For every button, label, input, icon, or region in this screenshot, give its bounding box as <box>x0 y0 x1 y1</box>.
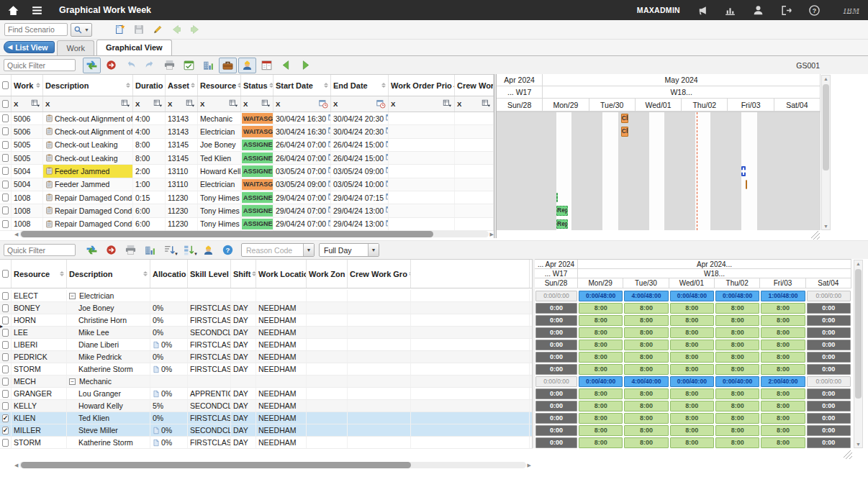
previous-period-icon[interactable] <box>277 58 295 73</box>
resource-row[interactable]: GRANGERLou Granger0%APPRENTICEDAYNEEDHAM <box>0 388 533 400</box>
availability-cell[interactable]: 8:00 <box>761 315 805 326</box>
scroll-down-icon[interactable]: ▼ <box>854 442 862 447</box>
availability-cell[interactable]: 8:00 <box>579 352 623 363</box>
column-filter-icon[interactable] <box>261 99 271 109</box>
availability-cell[interactable]: 8:00 <box>670 315 714 326</box>
sign-out-icon[interactable] <box>780 4 792 17</box>
clear-filter-button[interactable]: X <box>333 100 338 108</box>
work-order-row[interactable]: 5004Feeder Jammed2:0013110Howard KellyAS… <box>0 165 494 178</box>
resource-row[interactable]: BONEYJoe Boney0%FIRSTCLASSDAYNEEDHAM <box>0 302 533 314</box>
work-order-row[interactable]: 5006Check-out Alignment of S4:0013143Ele… <box>0 125 494 138</box>
availability-cell[interactable]: 0:00/0:00 <box>807 291 851 301</box>
availability-cell[interactable]: 8:00 <box>624 388 668 399</box>
availability-cell[interactable]: 8:00 <box>579 327 623 338</box>
availability-cell[interactable]: 0:00 <box>807 425 851 436</box>
availability-cell[interactable]: 4:00/40:00 <box>624 376 668 387</box>
availability-cell[interactable]: 8:00 <box>761 413 805 424</box>
availability-cell[interactable]: 0:00/40:00 <box>715 376 759 387</box>
row-checkbox[interactable] <box>2 439 9 447</box>
availability-cell[interactable]: 0:00 <box>807 315 851 326</box>
sort-toggle-icon[interactable] <box>58 269 64 278</box>
column-header-duratio[interactable]: Duratio <box>133 75 166 96</box>
tab-work[interactable]: Work <box>57 40 94 55</box>
availability-cell[interactable]: 8:00 <box>715 413 759 424</box>
gantt-task-bar[interactable]: Rep <box>556 219 568 229</box>
gantt-vertical-scrollbar[interactable]: ▲ ▼ <box>821 75 831 230</box>
sort-toggle-icon[interactable] <box>380 81 386 90</box>
clear-filter-button[interactable]: X <box>391 100 395 108</box>
availability-cell[interactable]: 8:00 <box>624 364 668 375</box>
availability-cell[interactable]: 0:00/48:00 <box>715 291 759 301</box>
clear-filter-button[interactable]: X <box>276 100 280 108</box>
column-header-crew-work[interactable]: Crew Work <box>455 75 494 96</box>
column-header-start-date[interactable]: Start Date <box>273 75 331 96</box>
group-resources-icon[interactable]: ▼ <box>180 242 198 258</box>
row-checkbox[interactable] <box>2 141 9 149</box>
gantt-task-bar[interactable] <box>556 193 558 202</box>
gantt-task-bar[interactable]: Che <box>621 127 629 136</box>
availability-cell[interactable]: 0:00 <box>807 303 851 314</box>
availability-cell[interactable]: 8:00 <box>670 425 714 436</box>
row-checkbox[interactable] <box>2 220 9 228</box>
note-icon[interactable] <box>153 427 160 435</box>
select-all-checkbox[interactable] <box>2 81 9 89</box>
sort-toggle-icon[interactable] <box>125 81 130 90</box>
availability-cell[interactable]: 8:00 <box>715 303 759 314</box>
grid-resize-grip[interactable] <box>844 450 852 459</box>
scroll-left-icon[interactable]: ◀ <box>14 232 18 237</box>
unassign-work-icon[interactable] <box>102 242 120 258</box>
resource-row[interactable]: MECH−Mechanic <box>0 376 533 388</box>
availability-cell[interactable]: 8:00 <box>761 340 805 350</box>
note-icon[interactable] <box>153 365 160 373</box>
resource-row[interactable]: ✓KLIENTed Klien0%FIRSTCLASSDAYNEEDHAM <box>0 412 533 424</box>
work-order-row[interactable]: 5005Check-out Leaking8:0013145Joe BoneyA… <box>0 139 494 152</box>
sort-resources-icon[interactable]: ▼ <box>161 242 178 258</box>
gantt-resize-grip[interactable] <box>811 231 820 240</box>
column-header-status[interactable]: Status <box>241 75 273 96</box>
row-checkbox[interactable] <box>2 390 9 398</box>
scrollbar-thumb[interactable] <box>855 269 862 399</box>
resource-load-icon[interactable] <box>199 58 217 73</box>
availability-cell[interactable]: 8:00 <box>670 401 714 411</box>
availability-cell[interactable]: 8:00 <box>624 327 668 338</box>
resource-load-icon[interactable] <box>141 242 159 258</box>
row-checkbox[interactable] <box>2 181 9 188</box>
collapse-group-icon[interactable]: − <box>69 293 76 299</box>
gantt-task-bar[interactable] <box>741 166 745 176</box>
resource-quick-filter-input[interactable] <box>4 244 76 256</box>
column-filter-icon[interactable] <box>482 99 491 109</box>
profile-icon[interactable] <box>752 4 764 17</box>
column-header-description[interactable]: Description <box>67 260 150 288</box>
availability-cell[interactable]: 1:00/48:00 <box>761 291 805 301</box>
availability-cell[interactable]: 0:00 <box>535 340 577 350</box>
print-icon[interactable] <box>122 242 140 258</box>
clear-filter-button[interactable]: X <box>243 100 248 108</box>
work-table-horizontal-scrollbar[interactable]: ◀ ▶ <box>14 229 494 239</box>
note-icon[interactable] <box>153 341 160 349</box>
availability-cell[interactable]: 0:00/40:00 <box>670 376 714 387</box>
toolbox-icon[interactable] <box>219 58 237 73</box>
availability-cell[interactable]: 0:00/48:00 <box>579 291 623 301</box>
availability-cell[interactable]: 8:00 <box>670 364 714 375</box>
availability-cell[interactable]: 8:00 <box>579 303 623 314</box>
availability-cell[interactable]: 8:00 <box>579 413 623 424</box>
column-filter-icon[interactable] <box>153 99 163 109</box>
assignment-mode-icon[interactable] <box>83 58 101 73</box>
clear-filter-button[interactable]: X <box>135 100 140 108</box>
availability-cell[interactable]: 2:00/40:00 <box>761 376 805 387</box>
availability-cell[interactable]: 0:00 <box>807 413 851 424</box>
scrollbar-thumb[interactable] <box>823 84 829 170</box>
availability-cell[interactable]: 0:00 <box>535 425 577 436</box>
availability-cell[interactable]: 8:00 <box>761 401 805 411</box>
availability-cell[interactable]: 8:00 <box>670 340 714 350</box>
print-icon[interactable] <box>161 58 178 73</box>
availability-cell[interactable]: 0:00 <box>807 401 851 411</box>
availability-cell[interactable]: 8:00 <box>670 413 714 424</box>
column-header-crew-work-gro[interactable]: Crew Work Gro <box>348 260 411 288</box>
resource-row[interactable]: STORMKatherine Storm0%FIRSTCLASSDAYNEEDH… <box>0 363 533 376</box>
resource-row[interactable]: STORMKatherine Storm0%FIRSTCLASSDAYNEEDH… <box>0 437 533 449</box>
availability-cell[interactable]: 8:00 <box>761 303 805 314</box>
availability-cell[interactable]: 8:00 <box>715 364 759 375</box>
availability-cell[interactable]: 0:00 <box>535 388 577 399</box>
resource-row[interactable]: KELLYHoward Kelly5%SECONDCLASSDAYNEEDHAM <box>0 400 533 412</box>
